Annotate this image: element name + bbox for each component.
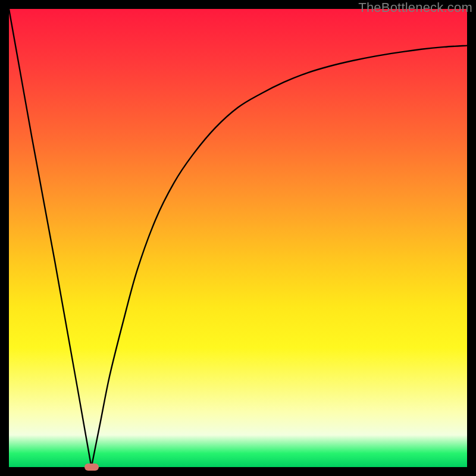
watermark-text: TheBottleneck.com (358, 0, 472, 15)
bottleneck-curve (9, 9, 467, 467)
curve-svg (9, 9, 467, 467)
chart-plot-area (9, 9, 467, 467)
notch-marker (84, 464, 99, 471)
